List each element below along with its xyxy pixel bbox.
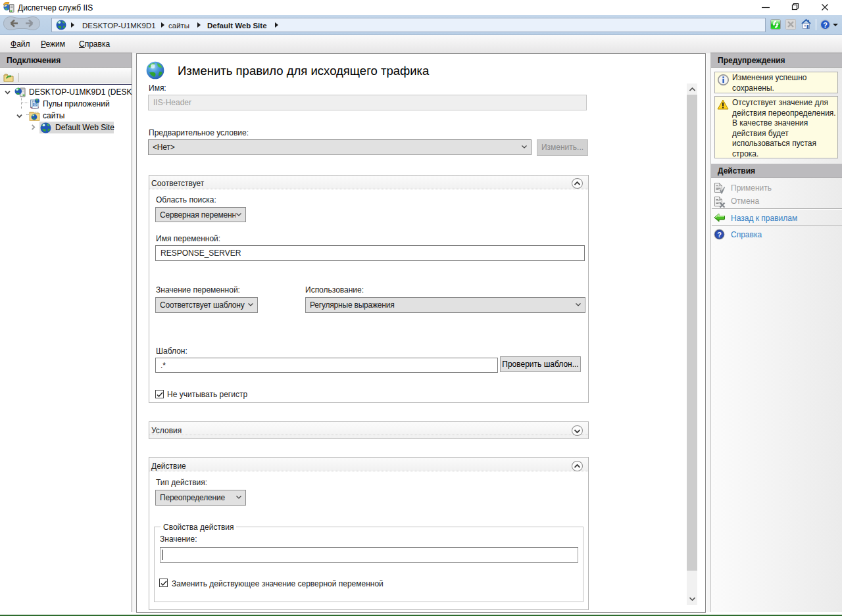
svg-text:?: ?	[717, 231, 722, 239]
svg-text:?: ?	[823, 21, 828, 29]
